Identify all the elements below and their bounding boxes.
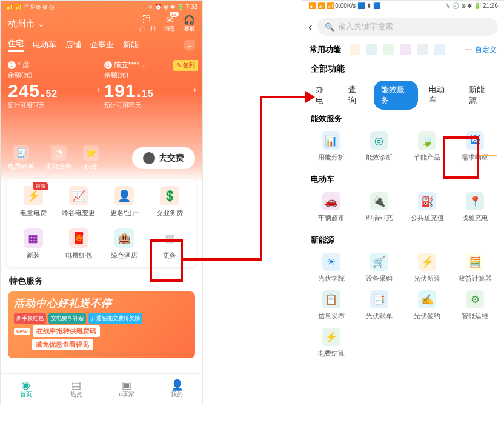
更名/过户-icon: 👤	[114, 186, 134, 205]
chevron-right-icon: ›	[97, 84, 100, 95]
action-label: 电费账单	[8, 162, 35, 171]
function-光伏学院[interactable]: ☀光伏学院	[307, 253, 355, 283]
banner-line1: 在线申报转供电费码	[33, 325, 100, 337]
function-label: 公共桩充值	[411, 213, 444, 222]
grid-item-电量电费[interactable]: ⚡最新电量电费	[10, 186, 56, 218]
freq-icon[interactable]	[383, 44, 394, 55]
用能分析-icon: ◔	[51, 145, 67, 161]
status-bar: 📶 📶 📶 0.00K/s 🟦 ⬇ 🟦 ℕ 🕗 ⊗ ✱ 🔋 21:26	[302, 1, 504, 14]
热点-icon: ▤	[71, 379, 81, 390]
grid-item-交业务费[interactable]: 💲交业务费	[147, 186, 193, 218]
banner-title: 活动中心好礼送不停	[14, 296, 189, 310]
收益计算器-icon: 🧮	[466, 253, 484, 271]
设备采购-icon: 🛒	[370, 253, 388, 271]
grid-label: 峰谷电变更	[62, 208, 95, 218]
account-card-0[interactable]: * 彦余额(元)245.52预计可用97天›	[8, 60, 99, 110]
function-公共桩充值[interactable]: ⛽公共桩充值	[403, 192, 451, 222]
function-电费结算[interactable]: ⚡电费结算	[307, 328, 355, 358]
freq-label: 常用功能	[310, 44, 341, 55]
search-input[interactable]: 🔍 输入关键字搜索	[317, 18, 498, 36]
grid-label: 交业务费	[156, 208, 183, 218]
function-label: 用能分析	[318, 153, 345, 162]
grid-label: 电量电费	[20, 208, 47, 218]
function-label: 光伏新装	[414, 274, 440, 283]
function-找桩充电[interactable]: 📍找桩充电	[451, 192, 499, 222]
function-用能分析[interactable]: 📊用能分析	[307, 131, 355, 162]
tab-企事业[interactable]: 企事业	[90, 39, 114, 50]
status-left: 📶 📶 ⁴⁶ © ⊚ ⊛ ◎	[5, 4, 55, 10]
banner-tag: 新手领红包	[14, 313, 46, 324]
nav-首页[interactable]: ◉首页	[1, 374, 51, 404]
tab-店铺[interactable]: 店铺	[65, 39, 81, 50]
function-即插即充[interactable]: 🔌即插即充	[355, 192, 403, 222]
customize-button[interactable]: 自定义	[466, 45, 497, 55]
section-header-能效服务: 能效服务	[302, 112, 504, 125]
grid-item-峰谷电变更[interactable]: 📈峰谷电变更	[56, 186, 101, 218]
function-收益计算器[interactable]: 🧮收益计算器	[451, 253, 499, 283]
节能产品-icon: 🍃	[418, 131, 436, 150]
车辆超市-icon: 🚗	[322, 192, 340, 210]
nav-热点[interactable]: ▤热点	[51, 374, 101, 404]
function-光伏新装[interactable]: ⚡光伏新装	[403, 253, 451, 283]
光伏学院-icon: ☀	[322, 253, 340, 271]
grid-label: 绿色酒店	[111, 251, 138, 260]
freq-icon[interactable]	[366, 44, 377, 55]
freq-icon[interactable]	[400, 44, 411, 55]
top-icon-扫一扫[interactable]: ⿴扫一扫	[139, 15, 156, 33]
function-label: 电费结算	[318, 349, 345, 358]
top-icon-消息[interactable]: ✉19消息	[164, 15, 175, 33]
arrow-segment	[183, 258, 262, 261]
function-光伏签约[interactable]: ✍光伏签约	[403, 290, 451, 321]
home-icon	[104, 61, 112, 69]
tabs-menu-button[interactable]: ≡	[184, 40, 195, 50]
nav-我的[interactable]: 👤我的	[152, 374, 202, 404]
扫一扫-icon: ⿴	[143, 15, 152, 25]
arrow-head-icon	[305, 91, 315, 103]
location-picker[interactable]: 杭州市	[8, 18, 45, 30]
promo-banner[interactable]: 活动中心好礼送不停 新手领红包交电费享补贴开通智能交费得奖励 NEW 在线申报转…	[8, 291, 195, 358]
top-icon-客服[interactable]: 🎧客服	[184, 15, 195, 33]
estimate-days: 预计可用39天	[104, 101, 196, 110]
e享家-icon: ▣	[122, 379, 131, 390]
banner-new-badge: NEW	[14, 328, 30, 335]
freq-icon[interactable]	[350, 44, 360, 55]
action-用能分析[interactable]: ◔用能分析	[45, 145, 72, 171]
freq-icon[interactable]	[434, 44, 445, 55]
new-tag: 最新	[33, 182, 48, 190]
nav-label: 我的	[171, 390, 183, 399]
arrow-segment	[260, 97, 262, 261]
function-车辆超市[interactable]: 🚗车辆超市	[307, 192, 355, 222]
grid-item-新装[interactable]: ▦新装	[10, 228, 56, 260]
category-tab-能效服务[interactable]: 能效服务	[374, 81, 417, 110]
function-label: 即插即充	[366, 213, 393, 222]
freq-icon[interactable]	[417, 44, 428, 55]
nav-e享家[interactable]: ▣e享家	[102, 374, 152, 404]
function-能效诊断[interactable]: ◎能效诊断	[355, 131, 403, 162]
back-button[interactable]: ‹	[308, 20, 313, 34]
function-信息发布[interactable]: 📋信息发布	[307, 290, 355, 321]
智能运维-icon: ⚙	[466, 290, 484, 308]
category-tab-电动车[interactable]: 电动车	[422, 81, 458, 110]
pay-button[interactable]: 去交费	[132, 147, 195, 169]
tab-电动车[interactable]: 电动车	[33, 39, 56, 50]
balance-value: 191.15	[104, 81, 196, 101]
grid-item-更名/过户[interactable]: 👤更名/过户	[102, 186, 147, 218]
grid-item-绿色酒店[interactable]: 🏨绿色酒店	[102, 228, 147, 260]
function-光伏账单[interactable]: 📑光伏账单	[355, 290, 403, 321]
sign-in-button[interactable]: ✎ 签到	[173, 60, 198, 71]
tab-新能[interactable]: 新能	[123, 39, 139, 50]
function-智能运维[interactable]: ⚙智能运维	[451, 290, 499, 321]
action-积分[interactable]: ⭐积分	[83, 145, 99, 171]
category-tab-新能源[interactable]: 新能源	[462, 81, 498, 110]
account-card-1[interactable]: ✎ 签到陈立****…余额(元)191.15预计可用39天›	[104, 60, 196, 110]
function-设备采购[interactable]: 🛒设备采购	[355, 253, 403, 283]
action-电费账单[interactable]: 🧾电费账单	[8, 145, 35, 171]
category-tab-查询[interactable]: 查询	[341, 81, 370, 110]
function-label: 收益计算器	[459, 274, 492, 283]
grid-item-电费红包[interactable]: 🧧电费红包	[56, 228, 101, 260]
balance-label: 余额(元)	[8, 70, 99, 79]
tab-住宅[interactable]: 住宅	[8, 38, 24, 52]
robot-icon	[143, 152, 155, 164]
home-header: 📶 📶 ⁴⁶ © ⊚ ⊛ ◎ ✈ ⏰ ⊗ ✱ 🔋 7:33 杭州市 ⿴扫一扫✉1…	[1, 1, 202, 182]
光伏签约-icon: ✍	[418, 290, 436, 308]
